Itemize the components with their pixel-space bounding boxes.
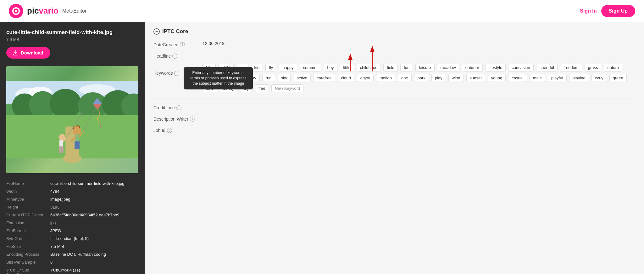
keyword-tag[interactable]: freedom — [560, 64, 582, 71]
svg-point-10 — [50, 89, 81, 118]
keywords-info-container: i Enter any number of keywords, terms or… — [174, 70, 179, 76]
meta-key: Y Cb Cr Sub Sampling — [6, 266, 50, 274]
svg-rect-18 — [75, 134, 79, 142]
description-writer-label: Description Writer i — [153, 115, 197, 122]
keyword-tag[interactable]: outdoor — [462, 64, 483, 71]
keyword-tag[interactable]: male — [530, 74, 545, 82]
keywords-section: Keywords i Enter any number of keywords,… — [153, 64, 635, 92]
left-panel: cute-little-child-summer-field-with-kite… — [0, 22, 145, 274]
meta-key: Bits Per Sample — [6, 258, 50, 266]
keyword-tag[interactable]: people — [203, 74, 222, 82]
keyword-tag[interactable]: day — [246, 74, 260, 82]
keyword-tag[interactable]: grass — [585, 64, 602, 71]
keyword-tag[interactable]: joy — [236, 64, 248, 71]
keyword-tag[interactable]: cloud — [338, 74, 354, 82]
picvario-logo-icon — [9, 4, 23, 18]
keyword-tag[interactable]: child — [218, 64, 234, 71]
keyword-tag[interactable]: young — [488, 74, 506, 82]
image-scene — [6, 66, 138, 173]
keyword-tag[interactable]: play — [431, 74, 446, 82]
meta-key: FileName — [6, 180, 50, 187]
keyword-tag[interactable]: active — [293, 74, 311, 82]
keyword-tag[interactable]: cyrly — [591, 74, 607, 82]
keyword-tag[interactable]: carefree — [313, 74, 335, 82]
keyword-tag[interactable]: activity — [224, 74, 244, 82]
date-created-value: 12.06.2019 — [203, 41, 225, 46]
keyword-tag[interactable]: free — [255, 84, 269, 92]
svg-rect-26 — [61, 146, 64, 153]
meta-key: Extension — [6, 219, 50, 227]
headline-info-icon[interactable]: i — [172, 54, 177, 59]
keyword-tag[interactable]: boy — [324, 64, 337, 71]
file-title: cute-little-child-summer-field-with-kite… — [6, 29, 138, 36]
keyword-tag[interactable]: leisure — [415, 64, 434, 71]
svg-rect-25 — [59, 146, 61, 153]
meta-row: Y Cb Cr Sub SamplingYCbCr4:4:4 (11) — [6, 266, 138, 274]
keyword-tag[interactable]: cute — [203, 84, 217, 92]
keywords-info-icon[interactable]: i — [174, 71, 179, 76]
meta-row: Bits Per Sample8 — [6, 258, 138, 266]
keyword-tag[interactable]: sunny — [220, 84, 238, 92]
svg-rect-24 — [59, 140, 63, 147]
keyword-tag[interactable]: meadow — [437, 64, 459, 71]
date-created-label: DateCreated i — [153, 41, 197, 47]
meta-value: 3193 — [50, 203, 138, 211]
meta-key: Encoding Process — [6, 250, 50, 258]
keyword-tag[interactable]: lifestyle — [485, 64, 506, 71]
keyword-tag[interactable]: wind — [448, 74, 464, 82]
keyword-tag[interactable]: park — [414, 74, 429, 82]
keywords-row: Keywords i Enter any number of keywords,… — [153, 64, 635, 92]
keyword-tag[interactable]: happy — [279, 64, 297, 71]
keyword-tag[interactable]: fun — [400, 64, 413, 71]
keyword-tag[interactable]: summer — [300, 64, 321, 71]
keyword-tag[interactable]: kite — [203, 64, 216, 71]
meta-key: Current ITCP Digest — [6, 211, 50, 219]
keyword-tag[interactable]: fly — [265, 64, 276, 71]
meta-value: YCbCr4:4:4 (11) — [50, 266, 138, 274]
meta-row: FileNamecute-little-child-summer-field-w… — [6, 180, 138, 187]
download-button[interactable]: Download — [6, 47, 50, 59]
iptc-label: IPTC Core — [162, 28, 188, 35]
keywords-label: Keywords i Enter any number of keywords,… — [153, 64, 197, 81]
keyword-tag[interactable]: one — [398, 74, 412, 82]
iptc-collapse-icon[interactable]: − — [153, 28, 160, 35]
meta-key: Width — [6, 187, 50, 195]
meta-row: FileSize7.5 MiB — [6, 243, 138, 250]
keyword-tag[interactable]: green — [609, 74, 627, 82]
meta-table: FileNamecute-little-child-summer-field-w… — [6, 180, 138, 274]
keyword-tag[interactable]: casual — [508, 74, 527, 82]
keyword-tag[interactable]: playful — [548, 74, 567, 82]
keyword-tag[interactable]: motion — [376, 74, 395, 82]
keywords-container: kitechildjoykidflyhappysummerboylittlech… — [203, 64, 635, 92]
date-created-info-icon[interactable]: i — [180, 42, 185, 47]
keyword-tag[interactable]: nature — [604, 64, 622, 71]
svg-point-2 — [15, 10, 17, 12]
cursor-hand-icon: ☝ — [182, 72, 191, 81]
meta-row: Encoding ProcessBaseline DCT, Huffman co… — [6, 250, 138, 258]
credit-line-info-icon[interactable]: i — [176, 105, 181, 110]
keyword-tag[interactable]: run — [262, 74, 275, 82]
signin-button[interactable]: Sign In — [580, 8, 597, 14]
keyword-tag[interactable]: kid — [251, 64, 263, 71]
signup-button[interactable]: Sign Up — [601, 5, 635, 17]
job-id-info-icon[interactable]: i — [167, 128, 172, 133]
keyword-tag[interactable]: sky — [278, 74, 291, 82]
description-writer-info-icon[interactable]: i — [190, 117, 195, 122]
meta-row: Width4784 — [6, 187, 138, 195]
keyword-tag[interactable]: New Keyword — [271, 84, 303, 92]
keyword-tag[interactable]: field — [383, 64, 398, 71]
meta-row: FileFormatJPEG — [6, 227, 138, 235]
keyword-tag[interactable]: playing — [569, 74, 589, 82]
meta-key: ByteOrder — [6, 235, 50, 243]
keyword-tag[interactable]: caucasian — [508, 64, 534, 71]
credit-line-row: Credit Line i — [153, 104, 635, 110]
keyword-tag[interactable]: toy — [240, 84, 252, 92]
keyword-tag[interactable]: cheerful — [536, 64, 558, 71]
keyword-tag[interactable]: little — [340, 64, 354, 71]
keyword-tag[interactable]: childhood — [357, 64, 381, 71]
keyword-tag[interactable]: enjoy — [357, 74, 374, 82]
header-left: picvario MetaEditor — [9, 4, 86, 18]
keyword-tag[interactable]: sunset — [466, 74, 485, 82]
meta-key: FileSize — [6, 243, 50, 250]
iptc-section-header: − IPTC Core — [153, 28, 635, 35]
